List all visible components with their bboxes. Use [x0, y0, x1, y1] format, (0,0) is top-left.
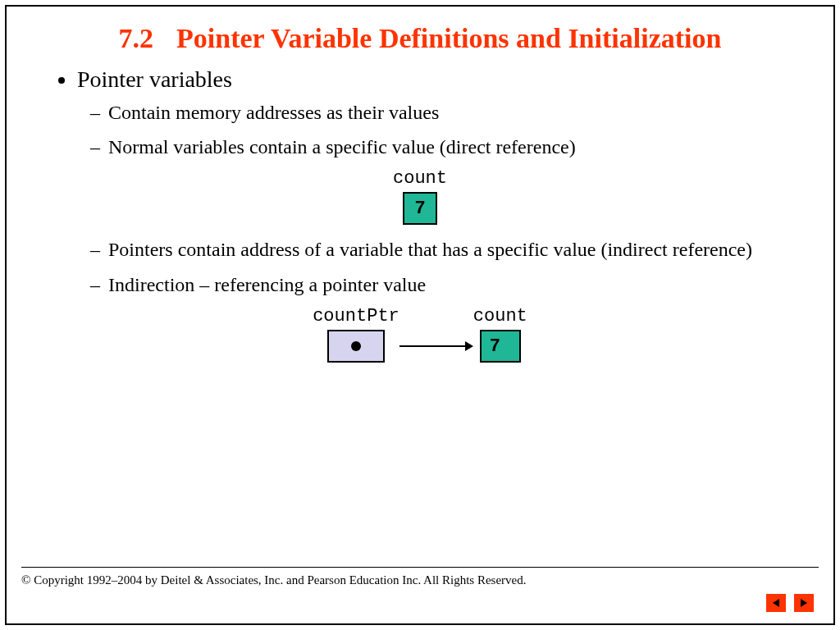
footer-rule: [21, 567, 819, 568]
svg-marker-2: [773, 599, 779, 607]
slide-title: 7.2Pointer Variable Definitions and Init…: [31, 21, 809, 57]
section-number: 7.2: [119, 23, 154, 53]
diagram2-ptr-box: [327, 330, 385, 363]
chevron-left-icon: [771, 598, 781, 608]
arrow-icon: [399, 330, 473, 363]
diagram1-label: count: [393, 168, 447, 189]
sub-bullet-list-2: Pointers contain address of a variable t…: [90, 236, 809, 298]
svg-marker-3: [801, 599, 807, 607]
copyright-footer: © Copyright 1992–2004 by Deitel & Associ…: [21, 573, 526, 587]
var-col: count 7: [473, 306, 527, 363]
nav-controls: [766, 594, 814, 612]
prev-button[interactable]: [766, 594, 786, 612]
sub-bullet-d: Indirection – referencing a pointer valu…: [90, 272, 809, 298]
diagram2-var-box: 7: [480, 330, 521, 363]
next-button[interactable]: [794, 594, 814, 612]
sub-bullet-c: Pointers contain address of a variable t…: [90, 236, 809, 262]
sub-bullet-list: Contain memory addresses as their values…: [90, 99, 809, 161]
diagram-direct-ref: count 7: [31, 168, 809, 225]
diagram2-ptr-label: countPtr: [313, 306, 399, 326]
svg-marker-1: [465, 341, 473, 351]
diagram-indirect-ref: countPtr count 7: [31, 306, 809, 363]
pointer-dot-icon: [351, 341, 361, 351]
arrow-wrap: [399, 330, 473, 363]
sub-bullet-a: Contain memory addresses as their values: [90, 99, 809, 126]
chevron-right-icon: [799, 598, 809, 608]
bullet-list: Pointer variables: [54, 66, 809, 93]
diagram2-var-label: count: [473, 306, 527, 326]
ptr-col: countPtr: [313, 306, 399, 363]
bullet-main: Pointer variables: [77, 66, 809, 93]
sub-bullet-b: Normal variables contain a specific valu…: [90, 134, 809, 160]
title-text: Pointer Variable Definitions and Initial…: [176, 23, 721, 53]
slide-frame: 7.2Pointer Variable Definitions and Init…: [5, 5, 835, 625]
diagram1-box: 7: [403, 192, 437, 225]
